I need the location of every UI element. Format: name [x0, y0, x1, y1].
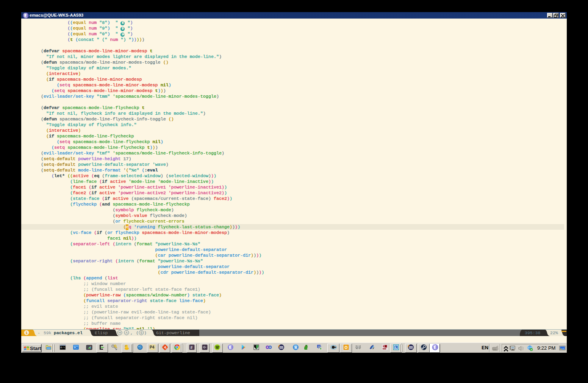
svg-text:packages.el: packages.el — [54, 330, 83, 335]
svg-text:>_: >_ — [74, 346, 78, 349]
svg-text:H: H — [119, 331, 121, 335]
svg-text:-: - — [38, 330, 40, 335]
svg-text:1: 1 — [25, 331, 28, 335]
svg-text:(: ( — [136, 330, 139, 335]
svg-text:P4: P4 — [150, 345, 155, 349]
svg-text:#: # — [191, 346, 193, 350]
svg-text:R: R — [294, 345, 298, 350]
svg-text:L: L — [395, 346, 397, 349]
svg-text:O: O — [345, 346, 348, 350]
svg-text:395:38: 395:38 — [525, 330, 541, 335]
svg-text:A: A — [125, 331, 128, 335]
svg-text:C:\: C:\ — [61, 346, 65, 349]
svg-text:m: m — [256, 347, 258, 350]
svg-text:59k: 59k — [44, 330, 52, 335]
svg-text:Elisp: Elisp — [95, 330, 108, 335]
svg-text:Git-powerline: Git-powerline — [156, 330, 190, 335]
svg-text:22%: 22% — [550, 330, 558, 335]
svg-text:S: S — [140, 331, 142, 335]
svg-text:,: , — [130, 330, 133, 335]
svg-text:): ) — [144, 330, 147, 335]
